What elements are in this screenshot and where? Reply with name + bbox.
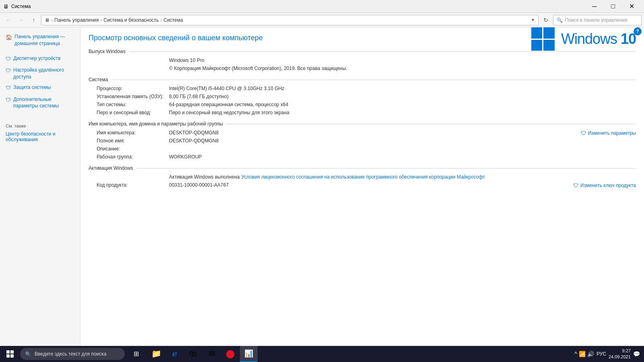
taskbar-multitask-button[interactable]: ⊞ (127, 346, 145, 362)
title-bar-title: Система (11, 4, 585, 9)
fullname-label: Полное имя: (89, 138, 169, 144)
sidebar-item-home[interactable]: 🏠 Панель управления — домашняя страница (0, 31, 80, 49)
computer-name-value: DESKTOP-QDQMGN8 (169, 130, 636, 136)
ram-row: Установленная память (ОЗУ): 8,00 ГБ (7,6… (89, 94, 636, 99)
back-button[interactable]: ← (2, 14, 14, 26)
taskbar-app-active[interactable]: 📊 (240, 346, 258, 362)
home-icon: 🏠 (6, 34, 12, 41)
system-section: Система Процессор: Intel(R) Core(TM) i5-… (89, 77, 636, 115)
breadcrumb-system[interactable]: Система (163, 17, 183, 23)
window-controls: ─ □ ✕ (585, 0, 641, 13)
shield-key-icon: 🛡 (573, 182, 579, 189)
taskbar-app-explorer[interactable]: 📁 (147, 346, 165, 362)
logo-square-tl (531, 27, 543, 39)
windows-logo-area: Windows 10 (531, 27, 636, 51)
sidebar-system-protection-label: Защита системы (13, 84, 51, 91)
breadcrumb-bar[interactable]: 🖥 › Панель управления › Система и безопа… (41, 15, 539, 25)
copyright-row: © Корпорация Майкрософт (Microsoft Corpo… (89, 66, 636, 71)
edition-value: Windows 10 Pro (169, 58, 636, 63)
svg-rect-3 (10, 354, 14, 358)
logo-square-tr (543, 27, 555, 39)
sidebar-item-remote-access[interactable]: 🛡 Настройка удалённого доступа (0, 65, 80, 82)
taskbar-app-red[interactable]: ⬤ (221, 346, 239, 362)
computer-name-line (226, 124, 636, 124)
sidebar-item-device-manager[interactable]: 🛡 Диспетчер устройств (0, 53, 80, 65)
up-button[interactable]: ↑ (28, 14, 39, 26)
change-params-link[interactable]: 🛡 Изменить параметры (581, 130, 636, 136)
pen-label: Перо и сенсорный ввод: (89, 110, 169, 115)
processor-row: Процессор: Intel(R) Core(TM) i5-4440 CPU… (89, 86, 636, 91)
product-key-value: 00331-10000-00001-AA767 (169, 182, 636, 188)
workgroup-label: Рабочая группа: (89, 154, 169, 160)
taskbar-search-box[interactable]: 🔍 Введите здесь текст для поиска (20, 348, 125, 360)
edge-icon: ℯ (172, 349, 177, 358)
sidebar-remote-access-label: Настройка удалённого доступа (13, 67, 76, 80)
maximize-button[interactable]: □ (604, 0, 622, 13)
sidebar-home-label: Панель управления — домашняя страница (14, 33, 76, 47)
desc-row: Описание: (89, 146, 636, 152)
network-icon[interactable]: 📶 (579, 351, 586, 357)
computer-name-header: Имя компьютера, имя домена и параметры р… (89, 121, 636, 127)
clock-date: 24.09.2021 (609, 354, 631, 360)
taskbar-app-store[interactable]: 🛍 (184, 346, 202, 362)
fullname-row: Полное имя: DESKTOP-QDQMGN8 (89, 138, 636, 144)
windows-edition-title: Выпуск Windows (89, 49, 126, 54)
activation-title: Активация Windows (89, 165, 133, 171)
processor-label: Процессор: (89, 86, 169, 91)
show-hidden-icon[interactable]: ^ (574, 351, 577, 357)
search-box[interactable]: 🔍 Поиск в панели управления (553, 15, 642, 25)
activation-header: Активация Windows (89, 165, 636, 171)
explorer-icon: 📁 (151, 349, 161, 358)
shield-icon-4: 🛡 (6, 97, 11, 104)
sidebar-security-center-link[interactable]: Центр безопасности и обслуживания (6, 130, 74, 144)
taskbar-app-mail[interactable]: ✉ (203, 346, 221, 362)
taskbar-clock[interactable]: 9:27 24.09.2021 (609, 348, 631, 360)
language-indicator[interactable]: РУС (597, 351, 606, 357)
start-button[interactable] (1, 346, 19, 362)
see-also-section: См. также Центр безопасности и обслужива… (0, 123, 80, 144)
address-bar: ← → ↑ 🖥 › Панель управления › Система и … (0, 13, 644, 27)
change-key-link[interactable]: 🛡 Изменить ключ продукта (573, 182, 636, 189)
computer-name-label: Имя компьютера: (89, 130, 169, 136)
workgroup-row: Рабочая группа: WORKGROUP (89, 154, 636, 160)
taskbar-app-edge[interactable]: ℯ (166, 346, 184, 362)
main-container: 🏠 Панель управления — домашняя страница … (0, 27, 644, 346)
refresh-button[interactable]: ↻ (540, 14, 551, 26)
type-row: Тип системы: 64-разрядная операционная с… (89, 102, 636, 107)
minimize-button[interactable]: ─ (585, 0, 604, 13)
breadcrumb-control-panel[interactable]: Панель управления (54, 17, 99, 23)
sidebar-item-advanced-settings[interactable]: 🛡 Дополнительные параметры системы (0, 94, 80, 112)
taskbar-search-icon: 🔍 (25, 351, 31, 357)
fullname-value: DESKTOP-QDQMGN8 (169, 138, 636, 144)
breadcrumb-system-security[interactable]: Система и безопасность (103, 17, 159, 23)
store-icon: 🛍 (189, 349, 197, 358)
pen-value: Перо и сенсорный ввод недоступны для это… (169, 110, 636, 115)
sidebar-item-system-protection[interactable]: 🛡 Защита системы (0, 82, 80, 94)
logo-square-bl (531, 40, 543, 51)
search-placeholder-text: Поиск в панели управления (565, 17, 627, 23)
change-params-text[interactable]: Изменить параметры (588, 130, 636, 136)
taskbar-search-placeholder: Введите здесь текст для поиска (35, 351, 106, 357)
multitask-icon: ⊞ (134, 350, 139, 358)
shield-change-icon: 🛡 (581, 130, 586, 136)
close-button[interactable]: ✕ (622, 0, 641, 13)
content-area: Просмотр основных сведений о вашем компь… (80, 27, 644, 346)
app-active-icon: 📊 (244, 349, 253, 358)
notification-icon[interactable]: 💬 (633, 351, 640, 357)
see-also-label: См. также (6, 123, 74, 128)
taskbar-right: ^ 📶 🔊 РУС 9:27 24.09.2021 💬 (574, 348, 643, 360)
sound-icon[interactable]: 🔊 (587, 351, 594, 357)
activation-status-row: Активация Windows выполнена Условия лице… (89, 174, 636, 180)
shield-icon-2: 🛡 (6, 67, 11, 74)
forward-button[interactable]: → (15, 14, 27, 26)
type-label: Тип системы: (89, 102, 169, 107)
breadcrumb-dropdown[interactable]: ▼ (531, 18, 535, 22)
title-bar-icon: 🖥 (3, 3, 9, 10)
windows-start-icon (6, 350, 14, 358)
activation-license-link[interactable]: Условия лицензионного соглашения на испо… (241, 174, 636, 180)
change-key-text[interactable]: Изменить ключ продукта (580, 183, 636, 188)
mail-icon: ✉ (208, 349, 215, 358)
edition-row: Windows 10 Pro (89, 58, 636, 63)
system-title: Система (89, 77, 108, 82)
svg-rect-1 (10, 350, 14, 354)
